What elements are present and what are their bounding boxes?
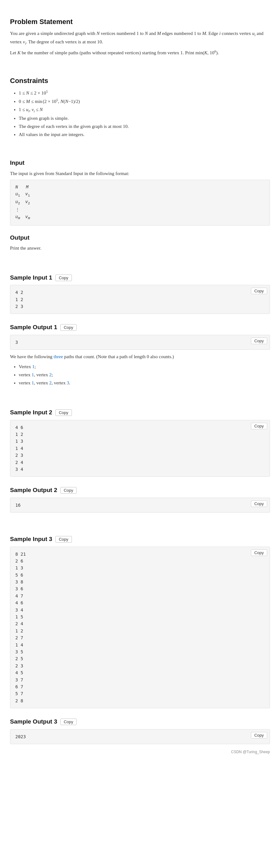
constraint-item: The degree of each vertex in the given g… (19, 123, 270, 130)
problem-text-2: Let K be the number of simple paths (pat… (10, 50, 219, 55)
sample-output-2-code: 16 (15, 502, 265, 508)
sample-1-paths: Vertex 1; vertex 1, vertex 2; vertex 1, … (19, 363, 270, 386)
constraints-title: Constraints (10, 75, 270, 86)
constraint-item: 1 ≤ N ≤ 2 × 105 (19, 89, 270, 97)
sample-input-1-copy-title-button[interactable]: Copy (55, 275, 72, 281)
sample-output-3-title: Sample Output 3 (10, 717, 57, 726)
sample-input-2-code: 4 6 1 2 1 3 1 4 2 3 2 4 3 4 (15, 424, 265, 473)
sample-output-2-block: Copy 16 (10, 498, 270, 513)
sample-input-1-code: 4 2 1 2 2 3 (15, 289, 265, 310)
sample-input-3-copy-title-button[interactable]: Copy (55, 536, 72, 542)
sample-input-3-code: 8 21 2 6 1 3 5 6 3 8 3 6 4 7 4 6 3 4 1 5… (15, 551, 265, 705)
sample-input-2-header: Sample Input 2 Copy (10, 408, 270, 417)
constraint-item: The given graph is simple. (19, 115, 270, 122)
sample-output-2-header: Sample Output 2 Copy (10, 486, 270, 495)
sample-1-path-item: vertex 1, vertex 2; (19, 371, 270, 378)
input-title: Input (10, 158, 270, 167)
sample-input-3-copy-button[interactable]: Copy (251, 550, 267, 556)
input-desc: The input is given from Standard Input i… (10, 170, 270, 177)
footer-note: CSDN @Turing_Sheep (10, 749, 270, 755)
sample-output-3-code: 2023 (15, 733, 265, 740)
sample-input-3-title: Sample Input 3 (10, 534, 52, 544)
sample-output-2-copy-button[interactable]: Copy (251, 500, 267, 507)
input-format: N M u1 v1 u2 v2 ⋮ uM vM (15, 185, 30, 220)
problem-title: Problem Statement (10, 16, 270, 27)
sample-input-3-header: Sample Input 3 Copy (10, 534, 270, 544)
sample-output-3-copy-button[interactable]: Copy (251, 732, 267, 739)
constraint-item: 0 ≤ M ≤ min (2 × 105, N(N−1)/2) (19, 97, 270, 105)
sample-output-3-header: Sample Output 3 Copy (10, 717, 270, 726)
sample-1-path-item: Vertex 1; (19, 363, 270, 370)
sample-output-2-copy-title-button[interactable]: Copy (60, 487, 77, 494)
sample-input-2-copy-title-button[interactable]: Copy (55, 409, 72, 416)
sample-input-2-block: Copy 4 6 1 2 1 3 1 4 2 3 2 4 3 4 (10, 420, 270, 477)
sample-input-1-copy-button[interactable]: Copy (251, 288, 267, 294)
sample-output-1-copy-title-button[interactable]: Copy (60, 324, 77, 331)
sample-input-2-copy-button[interactable]: Copy (251, 423, 267, 429)
problem-text: You are given a simple undirected graph … (10, 31, 263, 44)
constraints-list: 1 ≤ N ≤ 2 × 105 0 ≤ M ≤ min (2 × 105, N(… (19, 89, 270, 138)
sample-input-1-header: Sample Input 1 Copy (10, 273, 270, 282)
problem-description: You are given a simple undirected graph … (10, 30, 270, 57)
sample-input-1-block: Copy 4 2 1 2 2 3 (10, 285, 270, 314)
constraint-item: 1 ≤ ui, vi ≤ N (19, 106, 270, 114)
sample-input-1-title: Sample Input 1 (10, 273, 52, 282)
sample-output-1-title: Sample Output 1 (10, 322, 57, 332)
constraint-item: All values in the input are integers. (19, 131, 270, 138)
sample-output-1-copy-button[interactable]: Copy (251, 338, 267, 344)
input-format-block: N M u1 v1 u2 v2 ⋮ uM vM (10, 180, 270, 225)
sample-input-3-block: Copy 8 21 2 6 1 3 5 6 3 8 3 6 4 7 4 6 3 … (10, 547, 270, 709)
sample-output-3-copy-title-button[interactable]: Copy (60, 718, 77, 725)
output-title: Output (10, 233, 270, 242)
sample-output-1-code: 3 (15, 339, 265, 346)
sample-output-1-header: Sample Output 1 Copy (10, 322, 270, 332)
sample-1-note: We have the following three paths that c… (10, 353, 270, 360)
sample-output-1-block: Copy 3 (10, 335, 270, 350)
output-desc: Print the answer. (10, 244, 270, 252)
sample-output-2-title: Sample Output 2 (10, 486, 57, 495)
sample-1-path-item: vertex 1, vertex 2, vertex 3. (19, 379, 270, 386)
sample-input-2-title: Sample Input 2 (10, 408, 52, 417)
sample-output-3-block: Copy 2023 (10, 729, 270, 744)
